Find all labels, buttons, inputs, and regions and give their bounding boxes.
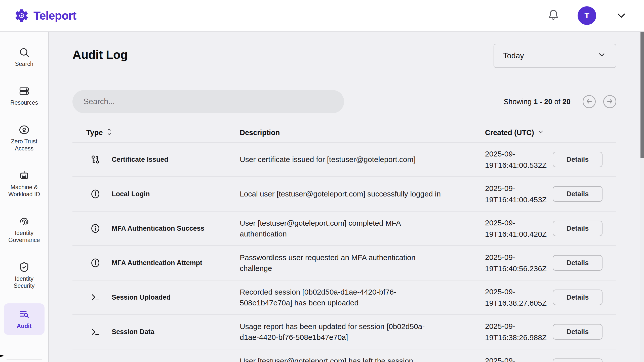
arrow-left-icon (585, 98, 593, 106)
event-created: 2025-09-19T16:40:56.236Z (463, 252, 546, 274)
top-bar: Teleport T (0, 0, 644, 32)
table-row: MFA Authentication Success User [testuse… (72, 212, 616, 246)
terminal-icon (90, 292, 101, 303)
sidebar-item-label: Machine & Workload ID (5, 184, 43, 198)
fingerprint-icon (19, 216, 30, 227)
pagination-status: Showing 1 - 20 of 20 (504, 98, 571, 106)
event-description: Passwordless user requested an MFA authe… (240, 252, 441, 274)
event-type: Certificate Issued (112, 156, 168, 164)
event-type: MFA Authentication Success (112, 225, 205, 232)
sort-updown-icon (106, 128, 112, 138)
sidebar-item-audit[interactable]: Audit (4, 303, 45, 335)
audit-table: Type Description Created (UTC) (72, 126, 616, 362)
user-menu-toggle[interactable] (616, 10, 627, 22)
teleport-audit-log-screen: Teleport T (0, 0, 644, 362)
event-created: 2025-09-19T16:41:00.453Z (463, 183, 546, 205)
event-created: 2025-09-19T16:41:00.532Z (463, 148, 546, 171)
sidebar-divider (7, 359, 42, 360)
details-button[interactable]: Details (553, 324, 602, 340)
page-title: Audit Log (72, 48, 128, 62)
column-header-type[interactable]: Type (72, 128, 240, 138)
teleport-logo[interactable]: Teleport (14, 8, 76, 23)
table-header-row: Type Description Created (UTC) (72, 126, 616, 143)
info-icon (90, 223, 101, 234)
sidebar-item-identity-security[interactable]: Identity Security (4, 259, 45, 292)
details-button[interactable]: Details (553, 358, 602, 362)
info-icon (90, 258, 101, 268)
chevron-down-icon (538, 129, 544, 137)
table-row: Session Data Usage report has been updat… (72, 315, 616, 349)
sidebar-item-label: Identity Security (5, 275, 43, 289)
event-description: User [testuser@goteleport.com] completed… (240, 218, 441, 239)
search-input[interactable] (72, 90, 344, 113)
event-created: 2025-09-19T16:38:27.605Z (463, 286, 546, 309)
chevron-down-icon (597, 50, 606, 61)
date-range-value: Today (503, 51, 524, 60)
sidebar-item-resources[interactable]: Resources (4, 83, 45, 109)
event-description: Usage report has been updated for sessio… (240, 321, 441, 343)
terminal-icon (90, 361, 101, 362)
chevron-down-icon (616, 10, 627, 22)
details-button[interactable]: Details (553, 152, 602, 167)
sidebar-item-zero-trust-access[interactable]: Zero Trust Access (4, 122, 45, 154)
details-button[interactable]: Details (553, 255, 602, 271)
table-row: Certificate Issued User certificate issu… (72, 143, 616, 177)
event-description: User certificate issued for [testuser@go… (240, 154, 441, 165)
list-search-icon (18, 308, 30, 320)
table-row: Local Login Local user [testuser@gotelep… (72, 177, 616, 212)
event-type: MFA Authentication Attempt (112, 259, 202, 267)
next-page-button[interactable] (603, 95, 616, 108)
scrollbar-thumb[interactable] (640, 30, 644, 158)
vertical-scrollbar[interactable] (640, 32, 644, 362)
event-type: Session Data (112, 328, 154, 336)
shield-check-icon (19, 262, 30, 273)
avatar-initial: T (584, 11, 589, 20)
terminal-icon (90, 327, 101, 337)
event-description: User [testuser@goteleport.com] has left … (240, 355, 441, 362)
event-description: Local user [testuser@goteleport.com] suc… (240, 188, 441, 199)
notifications-button[interactable] (547, 9, 559, 22)
keyhole-icon (19, 124, 30, 135)
column-header-created[interactable]: Created (UTC) (463, 129, 546, 137)
user-avatar[interactable]: T (578, 6, 596, 25)
keys-icon (90, 154, 101, 165)
table-row: Session Uploaded Recorded session [0b02d… (72, 280, 616, 315)
details-button[interactable]: Details (553, 221, 602, 236)
sidebar-item-identity-governance[interactable]: Identity Governance (4, 213, 45, 246)
event-created: 2025-09-19T16:38:26.988Z (463, 320, 546, 343)
info-icon (90, 189, 101, 199)
event-type: Local Login (112, 190, 150, 198)
event-description: Recorded session [0b02d50a-d1ae-4420-bf7… (240, 287, 441, 308)
prev-page-button[interactable] (583, 95, 596, 108)
sidebar-item-label: Audit (17, 323, 32, 330)
event-created: 2025-09-19T16:41:00.420Z (463, 217, 546, 240)
servers-icon (19, 86, 30, 97)
event-type: Session Uploaded (112, 294, 171, 301)
details-button[interactable]: Details (553, 186, 602, 202)
event-created: 2025-09-19T16:38:26.915Z (463, 355, 546, 362)
table-row: MFA Authentication Attempt Passwordless … (72, 246, 616, 280)
sidebar-nav: Search Resources Zero Trust Access (0, 32, 49, 362)
sidebar-item-label: Identity Governance (5, 229, 43, 244)
sidebar-item-search[interactable]: Search (4, 44, 45, 70)
arrow-right-icon (606, 98, 614, 106)
brand-name: Teleport (33, 9, 76, 22)
sidebar-item-label: Search (15, 60, 33, 67)
search-icon (19, 47, 30, 58)
sidebar-item-label: Zero Trust Access (5, 138, 43, 152)
bell-icon (547, 9, 559, 22)
sidebar-item-machine-workload-id[interactable]: Machine & Workload ID (4, 168, 45, 200)
sidebar-item-label: Resources (10, 99, 38, 106)
table-row: User Disconnected User [testuser@gotelep… (72, 349, 616, 362)
main-content: Audit Log Today Showing 1 - 20 of 20 (49, 32, 644, 362)
date-range-select[interactable]: Today (494, 44, 616, 68)
details-button[interactable]: Details (553, 290, 602, 305)
gear-logo-icon (14, 8, 29, 23)
column-header-description: Description (240, 129, 463, 137)
robot-icon (19, 170, 30, 181)
